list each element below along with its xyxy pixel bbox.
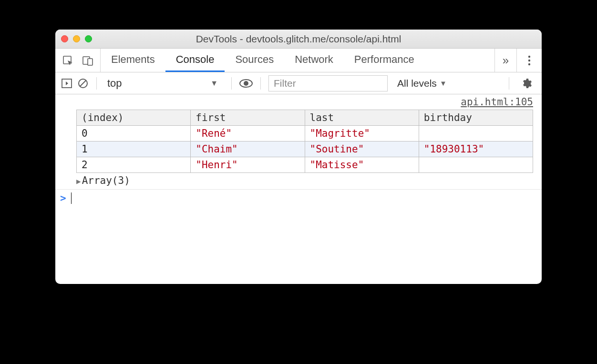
array-summary[interactable]: ▶Array(3) (55, 174, 542, 190)
tab-console[interactable]: Console (165, 49, 225, 72)
separator (509, 77, 509, 90)
main-tabbar: Elements Console Sources Network Perform… (55, 49, 542, 72)
console-prompt[interactable]: > (55, 190, 542, 207)
chevron-down-icon: ▼ (210, 79, 221, 88)
window-title: DevTools - devtools.glitch.me/console/ap… (55, 33, 542, 45)
more-options-button[interactable] (517, 49, 542, 72)
console-settings-icon[interactable] (517, 78, 536, 89)
col-birthday[interactable]: birthday (419, 110, 533, 126)
table-row: 2 "Henri" "Matisse" (77, 157, 533, 173)
cell-first: "Henri" (191, 157, 305, 173)
cell-first: "René" (191, 126, 305, 142)
levels-label: All levels (397, 78, 437, 89)
cell-index: 2 (77, 157, 191, 173)
cell-birthday: "18930113" (419, 142, 533, 157)
separator (231, 77, 232, 90)
tab-sources[interactable]: Sources (225, 49, 284, 72)
cell-birthday (419, 157, 533, 173)
tab-list: Elements Console Sources Network Perform… (101, 49, 494, 72)
toggle-sidebar-icon[interactable] (61, 78, 72, 89)
cell-first: "Chaim" (191, 142, 305, 157)
cell-last: "Soutine" (305, 142, 419, 157)
chevron-down-icon: ▼ (440, 79, 447, 87)
svg-rect-2 (88, 59, 93, 65)
console-output: api.html:105 (index) first last birthday… (55, 94, 542, 284)
cell-index: 1 (77, 142, 191, 157)
table-row: 0 "René" "Magritte" (77, 126, 533, 142)
table-header-row: (index) first last birthday (77, 110, 533, 126)
array-summary-text: Array(3) (82, 175, 130, 186)
device-toolbar-icon[interactable] (82, 55, 93, 66)
svg-point-5 (528, 63, 530, 65)
tab-performance[interactable]: Performance (344, 49, 425, 72)
separator (260, 77, 261, 90)
tab-network[interactable]: Network (284, 49, 344, 72)
clear-console-icon[interactable] (77, 78, 89, 89)
live-expression-icon[interactable] (239, 79, 253, 88)
inspect-icons (55, 49, 101, 72)
col-first[interactable]: first (191, 110, 305, 126)
devtools-window: DevTools - devtools.glitch.me/console/ap… (55, 30, 542, 284)
svg-point-9 (244, 81, 248, 86)
source-link[interactable]: api.html:105 (55, 94, 542, 109)
svg-point-3 (528, 55, 530, 57)
window-close-button[interactable] (61, 35, 68, 42)
filter-input[interactable] (269, 76, 387, 91)
context-label: top (107, 77, 122, 90)
window-minimize-button[interactable] (73, 35, 80, 42)
table-row: 1 "Chaim" "Soutine" "18930113" (77, 142, 533, 157)
inspect-element-icon[interactable] (62, 55, 73, 66)
console-toolbar: top ▼ All levels ▼ (55, 72, 542, 94)
cell-last: "Magritte" (305, 126, 419, 142)
context-selector[interactable]: top ▼ (104, 76, 224, 91)
traffic-lights (61, 35, 92, 42)
filter-box[interactable] (268, 75, 388, 91)
titlebar: DevTools - devtools.glitch.me/console/ap… (55, 30, 542, 49)
tabs-overflow-button[interactable]: » (494, 49, 517, 72)
console-table: (index) first last birthday 0 "René" "Ma… (76, 110, 533, 173)
col-last[interactable]: last (305, 110, 419, 126)
cell-birthday (419, 126, 533, 142)
cell-index: 0 (77, 126, 191, 142)
tab-elements[interactable]: Elements (101, 49, 165, 72)
expand-triangle-icon[interactable]: ▶ (76, 177, 81, 186)
cell-last: "Matisse" (305, 157, 419, 173)
log-levels-selector[interactable]: All levels ▼ (392, 78, 452, 89)
separator (96, 77, 97, 90)
svg-point-4 (528, 59, 530, 61)
col-index[interactable]: (index) (77, 110, 191, 126)
window-maximize-button[interactable] (85, 35, 92, 42)
